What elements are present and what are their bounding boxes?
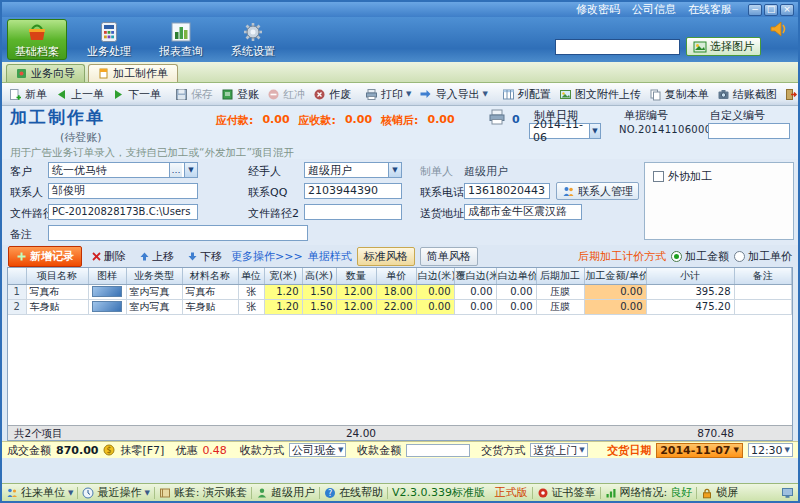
certificate-button[interactable]: 证书签章	[537, 485, 596, 500]
qq-field[interactable]: 2103944390	[304, 183, 402, 199]
print-button[interactable]: 打印▼	[361, 85, 415, 104]
cell-unit[interactable]: 张	[238, 299, 264, 314]
exit-button[interactable]: 退出	[781, 85, 800, 104]
more-operations-link[interactable]: 更多操作>>>	[231, 249, 303, 264]
radio-process-unit-price[interactable]: 加工单价	[734, 249, 792, 264]
nav-business[interactable]: 业务处理	[79, 19, 139, 60]
delete-row-button[interactable]: 删除	[87, 247, 130, 266]
company-info-link[interactable]: 公司信息	[632, 2, 676, 17]
save-button[interactable]: 保存	[171, 85, 217, 104]
cell-item-name[interactable]: 车身贴	[26, 299, 88, 314]
cell-material[interactable]: 写真布	[182, 284, 238, 299]
customer-combo[interactable]: 统一优马特 … ▼	[48, 162, 198, 178]
void-button[interactable]: 作废	[309, 85, 355, 104]
online-service-link[interactable]: 在线客服	[688, 2, 732, 17]
import-export-button[interactable]: 导入导出▼	[415, 85, 491, 104]
browse-icon[interactable]: …	[169, 163, 182, 177]
register-button[interactable]: 登账	[217, 85, 263, 104]
column-config-button[interactable]: 列配置	[498, 85, 555, 104]
cell-cover-edge[interactable]: 0.00	[454, 284, 496, 299]
select-image-button[interactable]: 选择图片	[686, 37, 761, 56]
horn-icon[interactable]	[769, 19, 789, 39]
change-password-link[interactable]: 修改密码	[576, 2, 620, 17]
image-search-input[interactable]	[555, 39, 680, 55]
cell-image[interactable]	[88, 299, 126, 314]
print-count: 0	[512, 113, 520, 126]
tab-label: 业务向导	[31, 66, 75, 81]
cell-edge-price[interactable]: 0.00	[496, 284, 536, 299]
cell-height[interactable]: 1.50	[302, 299, 336, 314]
nav-basic-files[interactable]: 基础档案	[7, 19, 67, 60]
print-preview-icon[interactable]	[488, 109, 506, 125]
switch-background-icon[interactable]	[781, 487, 794, 499]
custom-no-field[interactable]	[708, 123, 790, 139]
cell-price[interactable]: 18.00	[376, 284, 416, 299]
cell-process-amount[interactable]: 0.00	[584, 284, 646, 299]
add-record-button[interactable]: 新增记录	[8, 246, 82, 267]
cell-post-process[interactable]: 压膜	[536, 299, 584, 314]
cell-post-process[interactable]: 压膜	[536, 284, 584, 299]
cell-width[interactable]: 1.20	[264, 299, 302, 314]
doc-style-link[interactable]: 单据样式	[308, 249, 352, 264]
remark-field[interactable]	[48, 225, 308, 241]
nav-reports[interactable]: 报表查询	[151, 19, 211, 60]
cell-material[interactable]: 车身贴	[182, 299, 238, 314]
nav-settings[interactable]: 系统设置	[223, 19, 283, 60]
cell-white-edge[interactable]: 0.00	[416, 299, 454, 314]
screenshot-button[interactable]: 结账截图	[713, 85, 781, 104]
item-thumbnail[interactable]	[92, 301, 122, 312]
address-field[interactable]: 成都市金牛区震汉路	[464, 204, 582, 220]
phone-field[interactable]: 13618020443	[464, 183, 550, 199]
move-up-button[interactable]: 上移	[135, 247, 178, 266]
partners-menu[interactable]: 往来单位▼	[6, 485, 73, 500]
cell-business-type[interactable]: 室内写真	[126, 284, 182, 299]
tab-processing-order[interactable]: 加工制作单	[88, 64, 178, 82]
file-path2-field[interactable]	[304, 204, 402, 220]
delivery-time-picker[interactable]: 12:30▼	[748, 443, 793, 457]
cell-qty[interactable]: 12.00	[336, 299, 376, 314]
tab-business-wizard[interactable]: 业务向导	[6, 64, 85, 82]
cell-qty[interactable]: 12.00	[336, 284, 376, 299]
standard-style-button[interactable]: 标准风格	[357, 247, 415, 266]
cell-height[interactable]: 1.50	[302, 284, 336, 299]
minimize-button[interactable]: −	[748, 4, 762, 16]
cell-price[interactable]: 22.00	[376, 299, 416, 314]
cell-edge-price[interactable]: 0.00	[496, 299, 536, 314]
close-button[interactable]: ×	[780, 4, 794, 16]
doc-date-picker[interactable]: 2014-11-06▼	[529, 123, 601, 139]
lock-screen-button[interactable]: 锁屏	[701, 485, 738, 500]
cell-business-type[interactable]: 室内写真	[126, 299, 182, 314]
item-thumbnail[interactable]	[92, 286, 122, 297]
contact-manager-button[interactable]: 联系人管理	[556, 182, 639, 200]
red-flush-button[interactable]: 红冲	[263, 85, 309, 104]
online-help-button[interactable]: ?在线帮助	[324, 485, 383, 500]
delivery-method-combo[interactable]: 送货上门▼	[530, 443, 587, 457]
prev-order-button[interactable]: 上一单	[51, 85, 108, 104]
cell-image[interactable]	[88, 284, 126, 299]
cell-remark[interactable]	[734, 299, 792, 314]
cell-white-edge[interactable]: 0.00	[416, 284, 454, 299]
cell-item-name[interactable]: 写真布	[26, 284, 88, 299]
cell-process-amount[interactable]: 0.00	[584, 299, 646, 314]
round-off-button[interactable]: 抹零[F7]	[120, 443, 164, 458]
payment-method-combo[interactable]: 公司现金▼	[289, 443, 346, 457]
file-path-field[interactable]: PC-20120828173B.C:\Users	[48, 204, 198, 220]
handler-combo[interactable]: 超级用户▼	[304, 162, 402, 178]
move-down-button[interactable]: 下移	[183, 247, 226, 266]
attachment-upload-button[interactable]: 图文附件上传	[555, 85, 645, 104]
simple-style-button[interactable]: 简单风格	[420, 247, 478, 266]
delivery-date-picker[interactable]: 2014-11-07▼	[656, 443, 743, 458]
radio-process-amount[interactable]: 加工金额	[671, 249, 729, 264]
outsource-checkbox[interactable]: 外协加工	[653, 169, 793, 184]
recent-operations-menu[interactable]: 最近操作▼	[82, 485, 149, 500]
payment-amount-field[interactable]	[406, 444, 470, 457]
contact-field[interactable]: 邹俊明	[48, 183, 198, 199]
maximize-button[interactable]: □	[764, 4, 778, 16]
copy-order-button[interactable]: 复制本单	[645, 85, 713, 104]
cell-unit[interactable]: 张	[238, 284, 264, 299]
new-order-button[interactable]: 新单	[5, 85, 51, 104]
cell-width[interactable]: 1.20	[264, 284, 302, 299]
cell-remark[interactable]	[734, 284, 792, 299]
next-order-button[interactable]: 下一单	[108, 85, 165, 104]
cell-cover-edge[interactable]: 0.00	[454, 299, 496, 314]
